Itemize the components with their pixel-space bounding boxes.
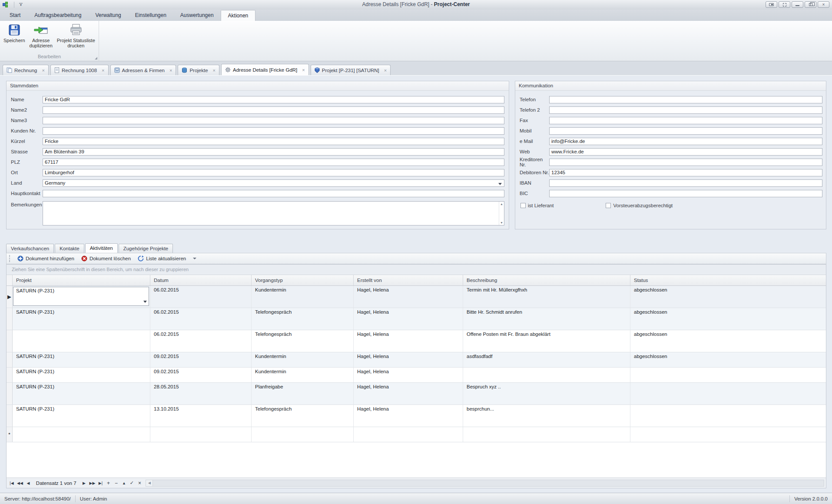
memo-scrollbar[interactable]: ▲▼ <box>499 202 504 225</box>
tab-aktivitaeten[interactable]: Aktivitäten <box>85 243 118 253</box>
cell-datum[interactable]: 09.02.2015 <box>150 368 252 382</box>
name3-field[interactable] <box>43 117 504 124</box>
plz-field[interactable] <box>43 159 504 166</box>
ribbon-tab-verwaltung[interactable]: Verwaltung <box>88 10 128 21</box>
close-icon[interactable]: × <box>169 68 172 73</box>
projekt-statusliste-drucken-button[interactable]: Projekt Statuslistedrucken <box>55 22 97 53</box>
telefon-field[interactable] <box>549 96 822 103</box>
cell-vorgangstyp[interactable]: Kundentermin <box>252 368 354 382</box>
hauptkontakt-field[interactable] <box>43 190 504 197</box>
group-by-drop-area[interactable]: Ziehen Sie eine Spaltenüberschrift in di… <box>7 265 826 275</box>
tab-verkaufschancen[interactable]: Verkaufschancen <box>6 244 54 253</box>
ribbon-tab-auswertungen[interactable]: Auswertungen <box>173 10 221 21</box>
cell-datum[interactable]: 09.02.2015 <box>150 352 252 367</box>
theme-button[interactable] <box>766 1 777 8</box>
cell-vorgangstyp[interactable]: Kundentermin <box>252 352 354 367</box>
tab-projekt-p231-saturn[interactable]: Projekt [P-231] [SATURN] × <box>311 65 391 75</box>
column-header-projekt[interactable]: Projekt <box>13 275 150 285</box>
append-record-button[interactable]: + <box>105 479 112 487</box>
cell-projekt[interactable]: SATURN (P-231) <box>13 383 150 405</box>
telefon2-field[interactable] <box>549 106 822 114</box>
cell-beschreibung[interactable]: asdfasdfadf <box>463 352 630 367</box>
quick-access-dropdown-icon[interactable]: ▾ <box>18 3 24 7</box>
cell-beschreibung[interactable]: Termin mit Hr. Müllerxgfhxh <box>463 286 630 308</box>
cell-datum[interactable]: 28.05.2015 <box>150 383 252 405</box>
kreditorennr-field[interactable] <box>549 159 822 166</box>
cell-projekt[interactable] <box>13 330 150 352</box>
table-row[interactable]: SATURN (P-231) 06.02.2015 Telefongespräc… <box>7 308 826 330</box>
cell-erstellt-von[interactable]: Hagel, Helena <box>354 383 463 405</box>
tab-adresse-details[interactable]: Adresse Details [Fricke GdR] × <box>221 64 309 75</box>
toolbar-grip[interactable] <box>9 255 11 262</box>
cell-beschreibung[interactable]: Offene Posten mit Fr. Braun abgeklärt <box>463 330 630 352</box>
cell-datum[interactable]: 06.02.2015 <box>150 330 252 352</box>
kundennr-field[interactable] <box>43 127 504 135</box>
post-edit-button[interactable]: ✓ <box>128 479 135 487</box>
close-icon[interactable]: × <box>213 68 215 73</box>
cell-projekt[interactable]: SATURN (P-231) <box>13 286 150 308</box>
group-dialog-launcher-icon[interactable] <box>95 57 97 60</box>
column-header-erstellt-von[interactable]: Erstellt von <box>354 275 463 285</box>
tab-projekte[interactable]: Projekte × <box>178 65 219 75</box>
tab-zugehoerige-projekte[interactable]: Zugehörige Projekte <box>119 244 173 253</box>
ribbon-tab-start[interactable]: Start <box>3 10 27 21</box>
fullscreen-button[interactable] <box>779 1 790 8</box>
minimize-button[interactable] <box>792 1 803 8</box>
cell-erstellt-von[interactable]: Hagel, Helena <box>354 352 463 367</box>
column-header-vorgangstyp[interactable]: Vorgangstyp <box>252 275 354 285</box>
next-page-button[interactable]: ▶▶ <box>89 479 96 487</box>
cell-vorgangstyp[interactable]: Planfreigabe <box>252 383 354 405</box>
cell-datum[interactable]: 13.10.2015 <box>150 405 252 427</box>
column-header-status[interactable]: Status <box>630 275 826 285</box>
cell-vorgangstyp[interactable]: Telefongespräch <box>252 330 354 352</box>
cell-beschreibung[interactable] <box>463 368 630 382</box>
tab-rechnung[interactable]: Rechnung × <box>3 65 49 75</box>
cell-status[interactable]: abgeschlossen <box>630 352 826 367</box>
dokument-loeschen-button[interactable]: Dokument löschen <box>78 254 134 263</box>
cell-erstellt-von[interactable]: Hagel, Helena <box>354 330 463 352</box>
tab-rechnung-1008[interactable]: Rechnung 1008 × <box>50 65 109 75</box>
kuerzel-field[interactable] <box>43 138 504 145</box>
tab-adressen-firmen[interactable]: Adressen & Firmen × <box>110 65 176 75</box>
ribbon-tab-aktionen[interactable]: Aktionen <box>221 10 256 21</box>
table-row[interactable]: ▶ SATURN (P-231) 06.02.2015 Kundentermin… <box>7 286 826 308</box>
bic-field[interactable] <box>549 190 822 197</box>
close-icon[interactable]: × <box>102 68 104 73</box>
cell-beschreibung[interactable]: besprchun... <box>463 405 630 427</box>
scroll-up-icon[interactable]: ▲ <box>500 202 503 206</box>
edit-record-button[interactable]: ▲ <box>120 479 127 487</box>
ort-field[interactable] <box>43 169 504 176</box>
hscroll-left-icon[interactable]: ◀ <box>146 480 153 486</box>
table-row[interactable]: SATURN (P-231) 09.02.2015 Kundentermin H… <box>7 352 826 368</box>
prev-page-button[interactable]: ◀◀ <box>16 479 24 487</box>
scroll-down-icon[interactable]: ▼ <box>500 221 503 224</box>
adresse-duplizieren-button[interactable]: Adresseduplizieren <box>28 22 54 53</box>
close-icon[interactable]: × <box>384 68 387 73</box>
table-row[interactable]: SATURN (P-231) 13.10.2015 Telefongespräc… <box>7 405 826 427</box>
new-row[interactable]: * <box>7 427 826 442</box>
cell-beschreibung[interactable]: Bitte Hr. Schmidt anrufen <box>463 308 630 330</box>
ribbon-tab-auftragsbearbeitung[interactable]: Auftragsbearbeitung <box>27 10 88 21</box>
close-icon[interactable]: × <box>302 67 305 73</box>
name2-field[interactable] <box>43 106 504 114</box>
cell-projekt[interactable]: SATURN (P-231) <box>13 308 150 330</box>
projekt-combobox[interactable]: SATURN (P-231) <box>13 287 149 306</box>
close-icon[interactable]: × <box>42 68 44 73</box>
strasse-field[interactable] <box>43 148 504 156</box>
first-record-button[interactable]: |◀ <box>8 479 15 487</box>
cell-beschreibung[interactable]: Bespruch xyz .. <box>463 383 630 405</box>
name-field[interactable] <box>43 96 504 103</box>
cell-projekt[interactable]: SATURN (P-231) <box>13 368 150 382</box>
cell-status[interactable]: abgeschlossen <box>630 330 826 352</box>
cell-erstellt-von[interactable]: Hagel, Helena <box>354 308 463 330</box>
table-row[interactable]: 06.02.2015 Telefongespräch Hagel, Helena… <box>7 330 826 352</box>
cell-status[interactable] <box>630 405 826 427</box>
restore-button[interactable] <box>805 1 816 8</box>
liste-aktualisieren-button[interactable]: Liste aktualisieren <box>134 254 189 263</box>
cell-erstellt-von[interactable]: Hagel, Helena <box>354 368 463 382</box>
cell-projekt[interactable]: SATURN (P-231) <box>13 405 150 427</box>
last-record-button[interactable]: ▶| <box>97 479 104 487</box>
speichern-button[interactable]: Speichern <box>2 22 27 53</box>
cell-erstellt-von[interactable]: Hagel, Helena <box>354 405 463 427</box>
cell-status[interactable]: abgeschlossen <box>630 308 826 330</box>
